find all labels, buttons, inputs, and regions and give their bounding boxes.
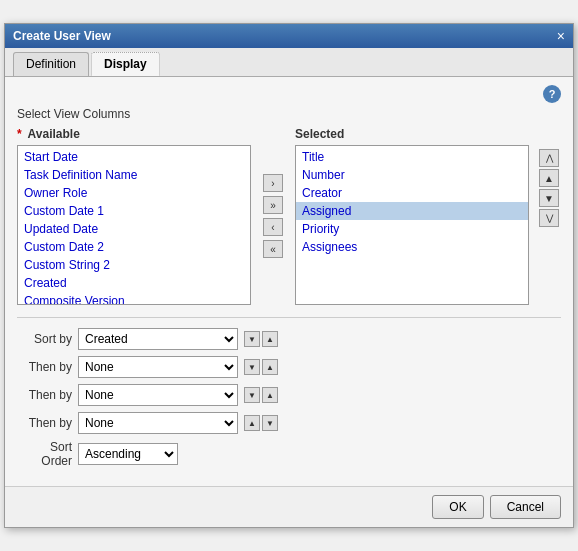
move-bottom-button[interactable]: ⋁ [539,209,559,227]
list-item[interactable]: Assigned [296,202,528,220]
dialog-title: Create User View [13,29,111,43]
available-header: * Available [17,127,251,141]
selected-panel: Selected Title Number Creator Assigned P… [295,127,529,305]
selected-listbox[interactable]: Title Number Creator Assigned Priority A… [295,145,529,305]
list-item[interactable]: Start Date [18,148,250,166]
tab-definition[interactable]: Definition [13,52,89,76]
close-button[interactable]: × [557,29,565,43]
create-user-view-dialog: Create User View × Definition Display ? … [4,23,574,528]
sort-by-select[interactable]: Created None Title Number [78,328,238,350]
then-by-row-1: Then by None Created Title ▼ ▲ [17,356,561,378]
selected-header: Selected [295,127,529,141]
list-item[interactable]: Owner Role [18,184,250,202]
sort-order-select[interactable]: Ascending Descending [78,443,178,465]
then-by-1-arrows: ▼ ▲ [244,359,278,375]
list-item[interactable]: Priority [296,220,528,238]
then-by-2-select[interactable]: None Created Title [78,384,238,406]
help-row: ? [17,85,561,103]
list-item[interactable]: Assignees [296,238,528,256]
move-all-left-button[interactable]: « [263,240,283,258]
sort-section: Sort by Created None Title Number ▼ ▲ Th… [17,317,561,468]
available-listbox[interactable]: Start Date Task Definition Name Owner Ro… [17,145,251,305]
move-right-button[interactable]: › [263,174,283,192]
then-by-1-label: Then by [17,360,72,374]
then-by-2-down-btn[interactable]: ▼ [244,387,260,403]
then-by-3-select[interactable]: None Created Title [78,412,238,434]
move-left-button[interactable]: ‹ [263,218,283,236]
cancel-button[interactable]: Cancel [490,495,561,519]
list-item[interactable]: Number [296,166,528,184]
sort-by-label: Sort by [17,332,72,346]
list-item[interactable]: Task Definition Name [18,166,250,184]
sort-by-up-btn[interactable]: ▲ [262,331,278,347]
then-by-2-label: Then by [17,388,72,402]
available-panel: * Available Start Date Task Definition N… [17,127,251,305]
tab-display[interactable]: Display [91,52,160,76]
title-bar: Create User View × [5,24,573,48]
then-by-1-select[interactable]: None Created Title [78,356,238,378]
columns-area: * Available Start Date Task Definition N… [17,127,561,305]
dialog-footer: OK Cancel [5,486,573,527]
list-item[interactable]: Custom String 2 [18,256,250,274]
then-by-1-up-btn[interactable]: ▲ [262,359,278,375]
sort-by-row: Sort by Created None Title Number ▼ ▲ [17,328,561,350]
then-by-3-arrows: ▲ ▼ [244,415,278,431]
then-by-2-arrows: ▼ ▲ [244,387,278,403]
section-label: Select View Columns [17,107,561,121]
help-button[interactable]: ? [543,85,561,103]
ok-button[interactable]: OK [432,495,483,519]
list-item[interactable]: Title [296,148,528,166]
list-item[interactable]: Composite Version [18,292,250,305]
list-item[interactable]: Custom Date 1 [18,202,250,220]
then-by-3-up-btn[interactable]: ▲ [244,415,260,431]
then-by-3-label: Then by [17,416,72,430]
list-item[interactable]: Creator [296,184,528,202]
list-item[interactable]: Custom Date 2 [18,238,250,256]
transfer-buttons: › » ‹ « [259,127,287,305]
tabs-bar: Definition Display [5,48,573,77]
list-item[interactable]: Created [18,274,250,292]
sort-order-label: Sort Order [17,440,72,468]
required-marker: * [17,127,22,141]
reorder-buttons: ⋀ ▲ ▼ ⋁ [537,127,561,305]
then-by-2-up-btn[interactable]: ▲ [262,387,278,403]
sort-by-down-btn[interactable]: ▼ [244,331,260,347]
then-by-1-down-btn[interactable]: ▼ [244,359,260,375]
then-by-row-3: Then by None Created Title ▲ ▼ [17,412,561,434]
list-item[interactable]: Updated Date [18,220,250,238]
then-by-3-down-btn[interactable]: ▼ [262,415,278,431]
dialog-content: ? Select View Columns * Available Start … [5,77,573,486]
move-up-button[interactable]: ▲ [539,169,559,187]
then-by-row-2: Then by None Created Title ▼ ▲ [17,384,561,406]
sort-by-arrows: ▼ ▲ [244,331,278,347]
move-top-button[interactable]: ⋀ [539,149,559,167]
move-all-right-button[interactable]: » [263,196,283,214]
sort-order-row: Sort Order Ascending Descending [17,440,561,468]
move-down-button[interactable]: ▼ [539,189,559,207]
